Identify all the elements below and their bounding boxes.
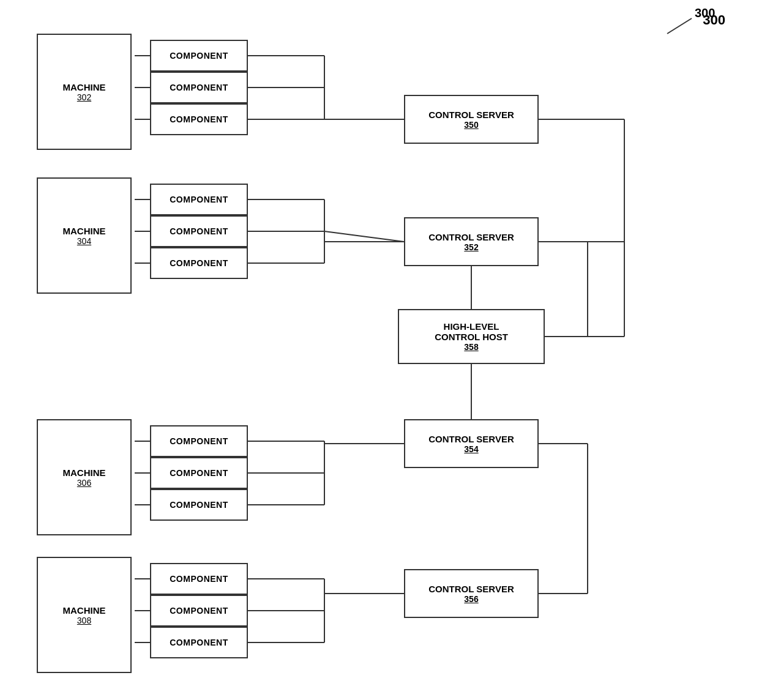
server-352-number: 352 [464,242,478,252]
server-356-label: CONTROL SERVER [428,584,514,594]
machine-304-component-3: COMPONENT [150,247,248,279]
machine-302-component-2: COMPONENT [150,72,248,103]
machine-306-component-3: COMPONENT [150,489,248,521]
machine-306-label: MACHINE [63,467,106,478]
machine-302: MACHINE 302 [37,34,132,150]
machine-304: MACHINE 304 [37,177,132,294]
host-358-number: 358 [464,342,478,352]
diagram-ref-number: 300 [703,12,725,28]
server-354: CONTROL SERVER 354 [404,419,539,468]
server-352: CONTROL SERVER 352 [404,217,539,266]
machine-304-label: MACHINE [63,226,106,236]
diagram-container: 300 [0,0,759,700]
host-358: HIGH-LEVEL CONTROL HOST 358 [398,309,545,364]
machine-302-component-3: COMPONENT [150,103,248,135]
machine-302-label: MACHINE [63,82,106,92]
machine-308-component-2: COMPONENT [150,595,248,627]
svg-line-0 [667,18,692,34]
host-358-line1: HIGH-LEVEL [444,321,499,332]
machine-304-component-2: COMPONENT [150,215,248,247]
machine-308-number: 308 [77,616,91,625]
machine-308-component-3: COMPONENT [150,627,248,658]
server-350: CONTROL SERVER 350 [404,95,539,144]
machine-306-number: 306 [77,478,91,488]
machine-306: MACHINE 306 [37,419,132,535]
machine-302-number: 302 [77,92,91,102]
server-354-number: 354 [464,444,478,454]
machine-306-component-2: COMPONENT [150,457,248,489]
host-358-line2: CONTROL HOST [435,332,508,342]
machine-304-number: 304 [77,236,91,246]
machine-308-label: MACHINE [63,605,106,616]
machine-306-component-1: COMPONENT [150,425,248,457]
svg-line-11 [324,231,404,242]
server-354-label: CONTROL SERVER [428,434,514,444]
server-356: CONTROL SERVER 356 [404,569,539,618]
machine-304-component-1: COMPONENT [150,184,248,215]
server-350-label: CONTROL SERVER [428,110,514,120]
machine-308-component-1: COMPONENT [150,563,248,595]
server-356-number: 356 [464,594,478,604]
server-352-label: CONTROL SERVER [428,232,514,242]
machine-302-component-1: COMPONENT [150,40,248,72]
machine-308: MACHINE 308 [37,557,132,673]
server-350-number: 350 [464,120,478,130]
